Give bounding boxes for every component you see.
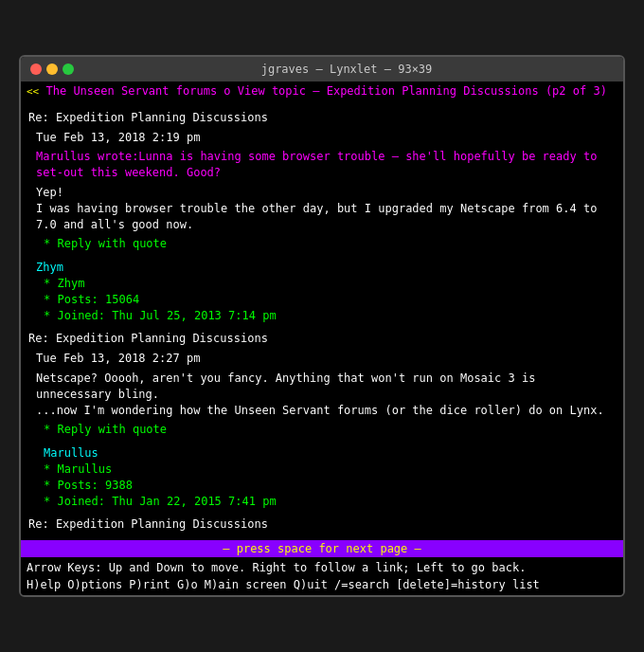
help-line2: H)elp O)ptions P)rint G)o M)ain screen Q… [27, 576, 617, 593]
post2-title: Re: Expedition Planning Discussions [28, 331, 616, 347]
maximize-button[interactable] [63, 63, 74, 75]
post1-body-line2: I was having browser trouble the other d… [36, 201, 616, 217]
post2-author-posts: * Posts: 9388 [36, 478, 616, 494]
close-button[interactable] [30, 63, 42, 75]
post3-title: Re: Expedition Planning Discussions [28, 516, 616, 533]
terminal-window: jgraves — Lynxlet — 93×39 << The Unseen … [19, 55, 625, 597]
page-url-title: The Unseen Servant forums o View topic –… [45, 84, 606, 98]
post2-author-username: * Marullus [36, 462, 616, 478]
post2-body-line1: Netscape? Ooooh, aren't you fancy. Anyth… [36, 371, 616, 387]
browser-bar: << The Unseen Servant forums o View topi… [21, 82, 623, 100]
window-title: jgraves — Lynxlet — 93×39 [80, 63, 614, 76]
help-line1: Arrow Keys: Up and Down to move. Right t… [27, 559, 617, 576]
post1-author-posts: * Posts: 15064 [36, 292, 616, 308]
post1-author-block: Zhym * Zhym * Posts: 15064 * Joined: Thu… [28, 260, 616, 323]
post1-reply-link[interactable]: * Reply with quote [28, 236, 616, 252]
post2-date: Tue Feb 13, 2018 2:27 pm [28, 351, 616, 367]
post2-reply-link[interactable]: * Reply with quote [28, 422, 616, 438]
post2-author-joined: * Joined: Thu Jan 22, 2015 7:41 pm [36, 494, 616, 510]
post2-author-cursor: Marullus [36, 445, 616, 462]
titlebar: jgraves — Lynxlet — 93×39 [21, 57, 623, 82]
post1-body: Yep! I was having browser trouble the ot… [28, 185, 616, 232]
post2-body-line2: unnecessary bling. [36, 387, 616, 403]
post2-author-block: Marullus * Marullus * Posts: 9388 * Join… [28, 445, 616, 509]
post1-body-line3: 7.0 and all's good now. [36, 217, 616, 233]
content-area: Re: Expedition Planning Discussions Tue … [21, 100, 623, 540]
post1-author-username: * Zhym [36, 276, 616, 292]
post1-author-name: Zhym [36, 260, 616, 276]
help-bar: Arrow Keys: Up and Down to move. Right t… [21, 557, 623, 595]
post2-body-line3: ...now I'm wondering how the Unseen Serv… [36, 403, 616, 419]
status-bar: — press space for next page — [21, 540, 623, 557]
post1-quote: Marullus wrote:Lunna is having some brow… [28, 149, 616, 181]
post2-author-name: Marullus [44, 446, 98, 460]
post1-author-joined: * Joined: Thu Jul 25, 2013 7:14 pm [36, 308, 616, 324]
post1-title: Re: Expedition Planning Discussions [28, 110, 616, 126]
post1-date: Tue Feb 13, 2018 2:19 pm [28, 130, 616, 146]
post1-body-line1: Yep! [36, 185, 616, 201]
status-text: — press space for next page — [223, 542, 421, 555]
traffic-lights [30, 63, 74, 75]
minimize-button[interactable] [46, 63, 58, 75]
post2-body: Netscape? Ooooh, aren't you fancy. Anyth… [28, 371, 616, 418]
nav-icon: << [27, 85, 39, 98]
